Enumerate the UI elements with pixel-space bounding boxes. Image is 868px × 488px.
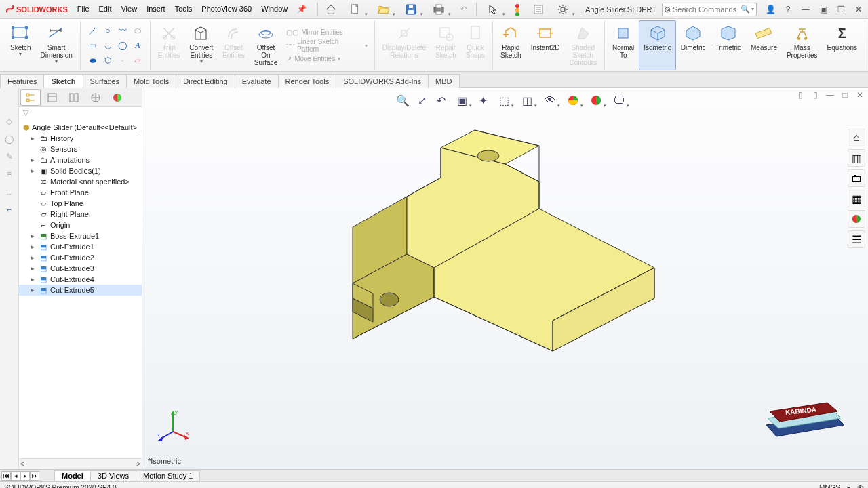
- lt-icon-5[interactable]: ⟂: [3, 186, 16, 198]
- select-icon[interactable]: ▾: [480, 1, 506, 18]
- spline-icon[interactable]: 〰: [116, 24, 130, 37]
- sketch-button[interactable]: Sketch▾: [5, 20, 36, 70]
- ellipse-dash-icon[interactable]: ⬭: [131, 24, 144, 37]
- search-commands[interactable]: ◎ 🔍 ▾: [662, 3, 757, 16]
- tp-appearance-icon[interactable]: [848, 210, 865, 228]
- fm-tree-tab-icon[interactable]: [20, 89, 41, 106]
- trimetric-button[interactable]: Trimetric: [711, 20, 747, 70]
- smart-dimension-button[interactable]: Smart Dimension▾: [36, 20, 77, 70]
- menu-pin-icon[interactable]: 📌: [293, 3, 311, 16]
- print-icon[interactable]: ▾: [426, 1, 452, 18]
- lt-axis-icon[interactable]: ⌐: [3, 203, 16, 216]
- status-units[interactable]: MMGS: [819, 484, 840, 488]
- minimize-icon[interactable]: —: [799, 3, 812, 16]
- tree-front-plane[interactable]: ▱Front Plane: [19, 187, 142, 198]
- tab-surfaces[interactable]: Surfaces: [83, 74, 127, 88]
- user-icon[interactable]: 👤: [764, 3, 777, 16]
- graphics-viewport[interactable]: ▯ ▯ — □ ✕ 🔍 ⤢ ↶ ▣▾ ✦ ⬚▾ ◫▾ 👁▾ ▾ ▾ 🖵▾ ⌂ ▥…: [142, 88, 868, 469]
- vp-min-icon[interactable]: —: [825, 89, 835, 100]
- tree-top-plane[interactable]: ▱Top Plane: [19, 198, 142, 209]
- circle-icon[interactable]: ○: [101, 24, 115, 37]
- undo-icon[interactable]: ↶: [454, 1, 473, 18]
- lt-icon-1[interactable]: ◇: [3, 115, 16, 127]
- search-icon[interactable]: 🔍: [741, 5, 750, 14]
- fm-config-tab-icon[interactable]: [64, 89, 84, 106]
- tp-view-palette-icon[interactable]: ▦: [848, 190, 865, 207]
- tree-sensors[interactable]: ◎Sensors: [19, 144, 142, 155]
- scene-icon[interactable]: ▾: [586, 92, 606, 108]
- lt-icon-4[interactable]: ≡: [3, 168, 16, 180]
- tab-3d-views[interactable]: 3D Views: [90, 470, 136, 481]
- restore-inner-icon[interactable]: ▣: [816, 3, 830, 16]
- line-icon[interactable]: ／: [86, 24, 100, 37]
- tab-model[interactable]: Model: [54, 470, 91, 481]
- move-entities-button[interactable]: ↗Move Entities▾: [286, 55, 368, 62]
- tree-boss-extrude1[interactable]: ▸⬒Boss-Extrude1: [19, 230, 142, 241]
- lt-icon-2[interactable]: ◯: [3, 133, 16, 145]
- save-icon[interactable]: ▾: [398, 1, 424, 18]
- point-icon[interactable]: ·: [116, 54, 130, 67]
- section-view-icon[interactable]: ▣▾: [452, 92, 472, 108]
- view-setting-icon[interactable]: 🖵▾: [609, 92, 629, 108]
- prev-view-icon[interactable]: ↶: [433, 92, 449, 108]
- search-input[interactable]: [673, 5, 741, 14]
- restore-icon[interactable]: ❐: [834, 3, 848, 16]
- vp-next-icon[interactable]: ▯: [810, 89, 821, 100]
- mirror-entities-button[interactable]: ▢▢Mirror Entities: [286, 28, 368, 36]
- fm-dimxpert-tab-icon[interactable]: [85, 89, 106, 106]
- trim-entities-button[interactable]: Trim Entities: [153, 20, 185, 70]
- tab-direct-editing[interactable]: Direct Editing: [176, 74, 235, 88]
- tree-annotations[interactable]: ▸🗀Annotations: [19, 155, 142, 165]
- tree-right-plane[interactable]: ▱Right Plane: [19, 209, 142, 220]
- tree-history[interactable]: ▸🗀History: [19, 133, 142, 144]
- offset-on-surface-button[interactable]: Offset On Surface: [250, 20, 282, 70]
- instant2d-button[interactable]: Instant2D: [526, 20, 565, 70]
- mass-properties-button[interactable]: Mass Properties: [782, 20, 823, 70]
- arc-icon[interactable]: ◡: [101, 39, 115, 52]
- dynamic-icon[interactable]: ✦: [475, 92, 491, 108]
- fm-property-tab-icon[interactable]: [42, 89, 62, 106]
- open-doc-icon[interactable]: ▾: [370, 1, 396, 18]
- quick-snaps-button[interactable]: Quick Snaps: [461, 20, 490, 70]
- menu-photoview[interactable]: PhotoView 360: [197, 3, 256, 16]
- rapid-sketch-button[interactable]: Rapid Sketch: [496, 20, 526, 70]
- tab-motion-study[interactable]: Motion Study 1: [136, 470, 200, 481]
- isometric-button[interactable]: Isometric: [639, 20, 676, 70]
- tree-cut-extrude2[interactable]: ▸⬒Cut-Extrude2: [19, 252, 142, 263]
- feature-panel-scrollbar[interactable]: <>: [19, 458, 142, 469]
- convert-entities-button[interactable]: Convert Entities▾: [184, 20, 218, 70]
- tab-mbd[interactable]: MBD: [428, 74, 459, 88]
- menu-window[interactable]: Window: [257, 3, 292, 16]
- tree-material[interactable]: ≋Material <not specified>: [19, 176, 142, 187]
- appearance-icon[interactable]: ▾: [563, 92, 583, 108]
- tree-root[interactable]: ⬢Angle Slider (Default<<Default>_Di: [19, 122, 142, 133]
- tree-cut-extrude5[interactable]: ▸⬒Cut-Extrude5: [19, 285, 142, 296]
- tab-addins[interactable]: SOLIDWORKS Add-Ins: [336, 74, 429, 88]
- normal-to-button[interactable]: Normal To: [608, 20, 639, 70]
- tab-mold-tools[interactable]: Mold Tools: [126, 74, 176, 88]
- feature-filter-icon[interactable]: ▽: [19, 107, 142, 119]
- nav-first-icon[interactable]: ⏮: [1, 471, 11, 481]
- tp-file-explorer-icon[interactable]: 🗀: [848, 169, 865, 187]
- tree-cut-extrude3[interactable]: ▸⬒Cut-Extrude3: [19, 263, 142, 274]
- ellipse-icon[interactable]: ◯: [116, 39, 130, 52]
- display-delete-relations-button[interactable]: Display/Delete Relations: [378, 20, 431, 70]
- tree-origin[interactable]: ⌐Origin: [19, 220, 142, 230]
- linear-pattern-button[interactable]: ∷∷Linear Sketch Pattern▾: [286, 38, 368, 53]
- view-orient-icon[interactable]: ⬚▾: [494, 92, 514, 108]
- dimetric-button[interactable]: Dimetric: [676, 20, 711, 70]
- vp-close-icon[interactable]: ✕: [854, 89, 865, 100]
- tree-cut-extrude1[interactable]: ▸⬒Cut-Extrude1: [19, 241, 142, 252]
- home-icon[interactable]: [321, 1, 340, 18]
- polygon-icon[interactable]: ⬡: [101, 54, 115, 67]
- repair-sketch-button[interactable]: Repair Sketch: [431, 20, 461, 70]
- shaded-sketch-button[interactable]: Shaded Sketch Contours: [564, 20, 601, 70]
- measure-button[interactable]: Measure: [746, 20, 782, 70]
- fm-display-tab-icon[interactable]: [107, 89, 127, 106]
- vp-prev-icon[interactable]: ▯: [795, 89, 806, 100]
- menu-edit[interactable]: Edit: [95, 3, 116, 16]
- plane-small-icon[interactable]: ▱: [131, 54, 144, 67]
- settings-icon[interactable]: ▾: [550, 1, 576, 18]
- new-doc-icon[interactable]: ▾: [342, 1, 368, 18]
- zoom-fit-icon[interactable]: 🔍: [395, 92, 411, 108]
